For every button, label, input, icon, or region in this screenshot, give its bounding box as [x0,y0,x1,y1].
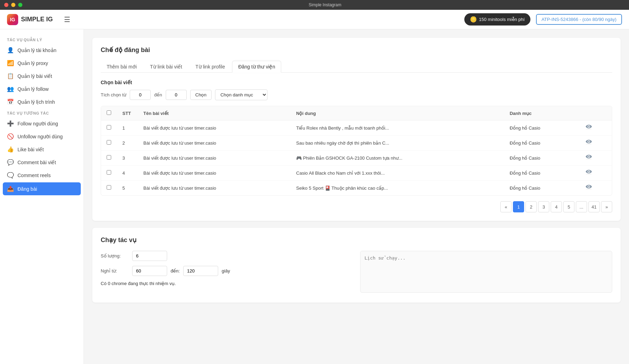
page-5-btn[interactable]: 5 [563,201,574,212]
row-danh-muc: Đồng hồ Casio [504,121,580,136]
row-action [580,151,612,166]
row-checkbox-cell [101,121,117,136]
nghi-tu-input[interactable] [132,266,167,276]
log-textarea[interactable] [360,251,613,293]
titlebar: Simple Instagram [0,0,629,10]
checkbox-header [101,106,117,121]
tab-tu-link-bai-viet[interactable]: Từ link bài viết [144,61,188,73]
posts-table-wrap: STT Tên bài viết Nội dung Danh mục 1 Bài… [101,106,612,196]
hamburger-menu[interactable]: ☰ [64,15,70,24]
row-danh-muc: Đồng hồ Casio [504,181,580,196]
select-post-label: Chọn bài viết [101,80,612,85]
view-button[interactable] [586,185,592,191]
svg-point-4 [586,189,592,190]
page-1-btn[interactable]: 1 [513,201,524,212]
row-checkbox-4[interactable] [107,185,111,190]
action-header [580,106,612,121]
select-all-checkbox[interactable] [107,110,111,115]
sidebar-item-quan-ly-proxy[interactable]: 📶 Quản lý proxy [0,57,84,70]
row-checkbox-cell [101,136,117,151]
like-icon: 👍 [7,146,14,153]
run-task-grid: Số lượng: Nghỉ từ: đến: giây Có 0 chrome… [101,251,612,294]
proxy-icon: 📶 [7,60,14,66]
chon-button[interactable]: Chọn [190,90,212,100]
pagination: « 1 2 3 4 5 ... 41 » [101,201,612,212]
sidebar-item-follow-nguoi-dung[interactable]: ➕ Follow người dùng [0,117,84,130]
row-action [580,136,612,151]
unfollow-icon: 🚫 [7,133,14,140]
row-stt: 1 [117,121,138,136]
logo-text: SIMPLE IG [21,16,53,23]
row-checkbox-3[interactable] [107,170,111,175]
row-ten-bai-viet: Bài viết được lưu từ user timer.casio [138,181,291,196]
maximize-btn[interactable] [18,3,22,7]
den-label: đến [154,92,162,97]
sidebar-label-dang-bai: Đăng bài [17,186,37,192]
close-btn[interactable] [4,3,8,7]
tab-tu-link-profile[interactable]: Từ link profile [190,61,231,73]
license-label: ATP-INS-5243866 - (còn 80/90 ngày) [542,17,616,22]
page-2-btn[interactable]: 2 [526,201,537,212]
header: IG SIMPLE IG ☰ 🪙 150 minitools miễn phí … [0,10,629,29]
row-ten-bai-viet: Bài viết được lưu từ user timer.casio [138,136,291,151]
row-checkbox-2[interactable] [107,155,111,160]
sidebar-item-like-bai-viet[interactable]: 👍 Like bài viết [0,143,84,156]
row-checkbox-0[interactable] [107,125,111,130]
row-action [580,166,612,181]
tab-them-bai-moi[interactable]: Thêm bài mới [101,61,143,73]
view-button[interactable] [586,140,592,146]
sidebar-item-dang-bai[interactable]: 📤 Đăng bài [3,182,81,195]
main-layout: Tác vụ quản lý 👤 Quản lý tài khoản 📶 Quả… [0,29,629,364]
svg-point-2 [586,159,592,160]
post-mode-card: Chế độ đăng bài Thêm bài mới Từ link bài… [92,38,621,221]
row-stt: 3 [117,151,138,166]
category-select[interactable]: Chọn danh mục Đồng hồ Casio [215,89,267,100]
sidebar-item-quan-ly-follow[interactable]: 👥 Quản lý follow [0,82,84,95]
sidebar-section-interaction: Tác vụ tương tác [0,108,84,117]
row-noi-dung: Tiểu Rolex nhà Bently , mẫu mới toanh ph… [291,121,504,136]
noi-dung-header: Nội dung [291,106,504,121]
row-ten-bai-viet: Bài viết được lưu từ user timer.casio [138,121,291,136]
so-luong-row: Số lượng: [101,251,353,261]
den-input[interactable] [183,266,218,276]
page-3-btn[interactable]: 3 [538,201,549,212]
to-input[interactable] [166,90,187,100]
page-4-btn[interactable]: 4 [551,201,562,212]
view-button[interactable] [586,155,592,161]
license-button[interactable]: ATP-INS-5243866 - (còn 80/90 ngày) [536,14,622,25]
page-next-btn[interactable]: » [601,201,612,212]
comment-icon: 💬 [7,159,14,166]
sidebar-item-quan-ly-tai-khoan[interactable]: 👤 Quản lý tài khoản [0,44,84,57]
minitools-button[interactable]: 🪙 150 minitools miễn phí [464,13,530,26]
tich-chon-label: Tích chọn từ [101,92,126,97]
tab-dang-tu-thu-vien[interactable]: Đăng từ thư viện [232,61,281,73]
row-noi-dung: Seiko 5 Sport 🎴 Thuộc phân khúc cao cấp.… [291,181,504,196]
nghi-tu-label: Nghỉ từ: [101,268,129,274]
user-icon: 👤 [7,47,14,53]
sidebar-item-unfollow-nguoi-dung[interactable]: 🚫 Unfollow người dùng [0,130,84,143]
sidebar-item-quan-ly-lich-trinh[interactable]: 📅 Quản lý lịch trình [0,95,84,108]
minimize-btn[interactable] [11,3,15,7]
svg-point-0 [586,129,592,130]
row-noi-dung: Casio All Black cho Nam chỉ với 1.xxx th… [291,166,504,181]
sidebar-label-quan-ly-proxy: Quản lý proxy [17,60,48,66]
sidebar-item-comment-bai-viet[interactable]: 💬 Comment bài viết [0,156,84,169]
row-ten-bai-viet: Bài viết được lưu từ user timer.casio [138,166,291,181]
page-prev-btn[interactable]: « [500,201,512,212]
from-input[interactable] [130,90,151,100]
app: IG SIMPLE IG ☰ 🪙 150 minitools miễn phí … [0,10,629,364]
page-41-btn[interactable]: 41 [588,201,600,212]
sidebar: Tác vụ quản lý 👤 Quản lý tài khoản 📶 Quả… [0,29,84,364]
svg-point-1 [586,144,592,145]
run-task-card: Chạy tác vụ Số lượng: Nghỉ từ: đến: giây [92,228,621,303]
post-mode-tabs: Thêm bài mới Từ link bài viết Từ link pr… [101,61,612,73]
view-button[interactable] [586,125,592,131]
sidebar-label-quan-ly-tai-khoan: Quản lý tài khoản [17,48,56,53]
table-row: 5 Bài viết được lưu từ user timer.casio … [101,181,612,196]
row-checkbox-1[interactable] [107,140,111,145]
sidebar-item-quan-ly-bai-viet[interactable]: 📋 Quản lý bài viết [0,70,84,82]
sidebar-item-comment-reels[interactable]: 🗨️ Comment reels [0,169,84,182]
view-button[interactable] [586,170,592,176]
so-luong-input[interactable] [132,251,167,261]
danh-muc-header: Danh mục [504,106,580,121]
